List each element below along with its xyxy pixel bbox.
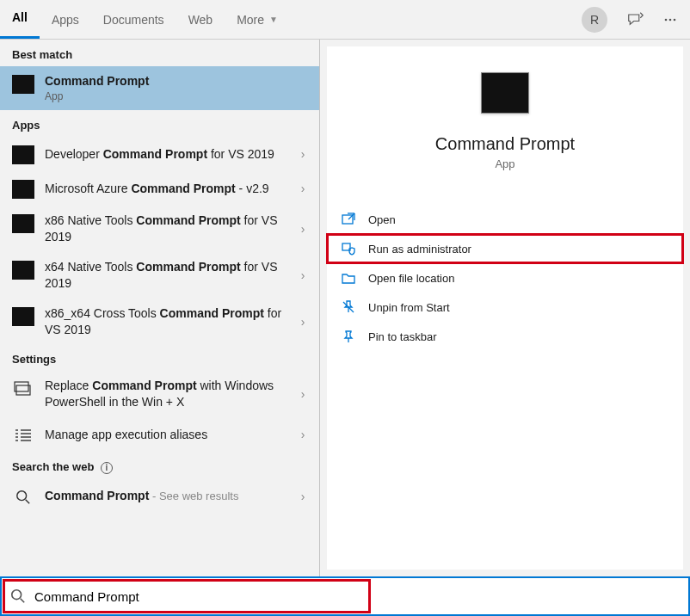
app-result-text: x86 Native Tools Command Prompt for VS 2… bbox=[45, 213, 288, 245]
search-icon bbox=[2, 588, 34, 604]
search-bar bbox=[0, 576, 690, 616]
svg-line-18 bbox=[348, 213, 354, 219]
terminal-icon bbox=[12, 145, 34, 164]
web-result[interactable]: Command Prompt - See web results › bbox=[0, 479, 319, 514]
settings-result-text: Replace Command Prompt with Windows Powe… bbox=[45, 378, 288, 410]
filter-tabbar: All Apps Documents Web More ▼ R bbox=[0, 0, 690, 40]
best-match-subtitle: App bbox=[45, 89, 311, 103]
terminal-icon bbox=[12, 75, 34, 94]
search-input[interactable] bbox=[34, 578, 688, 614]
chevron-right-icon[interactable]: › bbox=[295, 387, 311, 401]
app-result-text: Developer Command Prompt for VS 2019 bbox=[45, 146, 288, 163]
svg-point-2 bbox=[674, 18, 676, 21]
more-options-icon[interactable] bbox=[656, 5, 685, 34]
pin-icon bbox=[341, 329, 356, 344]
app-result-text: x64 Native Tools Command Prompt for VS 2… bbox=[45, 259, 288, 292]
shield-run-icon bbox=[341, 241, 356, 256]
info-icon[interactable]: i bbox=[101, 462, 113, 474]
chevron-right-icon[interactable]: › bbox=[295, 315, 311, 329]
tab-documents[interactable]: Documents bbox=[91, 0, 176, 39]
action-open-file-location[interactable]: Open file location bbox=[327, 263, 683, 293]
detail-panel: Command Prompt App Open Run as administr… bbox=[327, 46, 683, 570]
action-pin-taskbar[interactable]: Pin to taskbar bbox=[327, 322, 683, 351]
results-panel: Best match Command Prompt App Apps Devel… bbox=[0, 40, 320, 576]
detail-actions: Open Run as administrator Open file loca… bbox=[327, 205, 683, 351]
section-best-match: Best match bbox=[0, 40, 319, 66]
tab-web[interactable]: Web bbox=[176, 0, 225, 39]
chevron-right-icon[interactable]: › bbox=[295, 428, 311, 441]
search-icon bbox=[12, 488, 34, 507]
terminal-windows-icon bbox=[12, 379, 34, 398]
chevron-down-icon: ▼ bbox=[269, 15, 278, 24]
list-icon bbox=[12, 426, 34, 445]
terminal-icon bbox=[12, 307, 34, 326]
action-open[interactable]: Open bbox=[327, 205, 683, 234]
tab-more[interactable]: More ▼ bbox=[225, 0, 290, 39]
terminal-icon bbox=[12, 261, 34, 280]
best-match-result[interactable]: Command Prompt App bbox=[0, 66, 319, 110]
user-avatar[interactable]: R bbox=[582, 7, 607, 33]
svg-point-13 bbox=[17, 491, 27, 501]
app-result[interactable]: x64 Native Tools Command Prompt for VS 2… bbox=[0, 252, 319, 299]
svg-line-14 bbox=[26, 499, 30, 503]
terminal-icon bbox=[12, 214, 34, 233]
open-icon bbox=[341, 212, 356, 227]
app-result-text: x86_x64 Cross Tools Command Prompt for V… bbox=[45, 305, 288, 338]
detail-title: Command Prompt bbox=[435, 134, 575, 154]
unpin-icon bbox=[341, 299, 356, 315]
app-result[interactable]: Developer Command Prompt for VS 2019 › bbox=[0, 137, 319, 171]
best-match-title: Command Prompt bbox=[45, 74, 149, 88]
chevron-right-icon[interactable]: › bbox=[295, 490, 311, 503]
svg-point-0 bbox=[665, 18, 668, 21]
detail-subtitle: App bbox=[495, 157, 514, 170]
tab-more-label: More bbox=[237, 13, 264, 27]
chevron-right-icon[interactable]: › bbox=[295, 182, 311, 195]
web-result-text: Command Prompt - See web results bbox=[45, 488, 288, 504]
action-open-label: Open bbox=[368, 213, 396, 226]
settings-result-text: Manage app execution aliases bbox=[45, 427, 288, 443]
action-unpin-start[interactable]: Unpin from Start bbox=[327, 293, 683, 322]
settings-result-aliases[interactable]: Manage app execution aliases › bbox=[0, 417, 319, 452]
chevron-right-icon[interactable]: › bbox=[295, 268, 311, 282]
action-run-as-admin-label: Run as administrator bbox=[368, 243, 471, 256]
settings-result-replace[interactable]: Replace Command Prompt with Windows Powe… bbox=[0, 371, 319, 417]
app-result[interactable]: Microsoft Azure Command Prompt - v2.9 › bbox=[0, 171, 319, 206]
action-pin-label: Pin to taskbar bbox=[368, 330, 437, 343]
chevron-right-icon[interactable]: › bbox=[295, 222, 311, 236]
tab-all[interactable]: All bbox=[0, 0, 40, 39]
section-apps: Apps bbox=[0, 110, 319, 137]
svg-point-23 bbox=[12, 590, 22, 600]
app-result[interactable]: x86_x64 Cross Tools Command Prompt for V… bbox=[0, 299, 319, 345]
section-settings: Settings bbox=[0, 344, 319, 371]
chevron-right-icon[interactable]: › bbox=[295, 147, 311, 161]
tab-apps[interactable]: Apps bbox=[40, 0, 91, 39]
feedback-icon[interactable] bbox=[621, 5, 650, 34]
action-run-as-admin[interactable]: Run as administrator bbox=[327, 234, 683, 263]
action-unpin-label: Unpin from Start bbox=[368, 301, 450, 314]
app-result[interactable]: x86 Native Tools Command Prompt for VS 2… bbox=[0, 206, 319, 252]
svg-point-1 bbox=[669, 18, 672, 21]
section-search-web: Search the web i bbox=[0, 452, 319, 479]
action-file-location-label: Open file location bbox=[368, 272, 454, 285]
terminal-icon bbox=[12, 180, 34, 199]
main-content: Best match Command Prompt App Apps Devel… bbox=[0, 40, 690, 576]
folder-icon bbox=[341, 270, 356, 286]
detail-app-thumbnail bbox=[481, 72, 529, 114]
svg-line-24 bbox=[21, 599, 25, 603]
app-result-text: Microsoft Azure Command Prompt - v2.9 bbox=[45, 181, 288, 197]
